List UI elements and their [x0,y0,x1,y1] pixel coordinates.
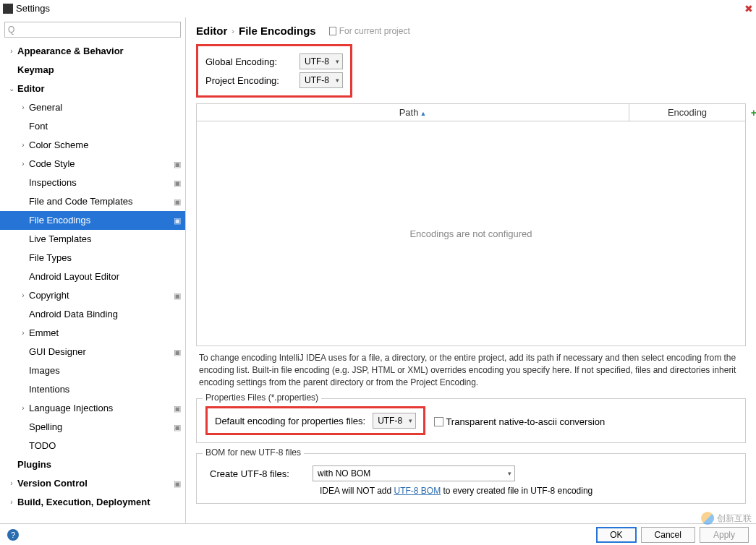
tree-images[interactable]: Images [0,361,185,380]
encoding-highlight-box: Global Encoding: UTF-8▾ Project Encoding… [196,44,352,98]
settings-tree: ›Appearance & Behavior Keymap ⌄Editor ›G… [0,42,185,523]
titlebar: Settings ✖ [0,0,756,17]
tree-livetemplates[interactable]: Live Templates [0,230,185,249]
tree-keymap[interactable]: Keymap [0,61,185,80]
scope-icon: ▣ [174,176,181,189]
ok-button[interactable]: OK [596,527,636,543]
transparent-checkbox[interactable] [434,417,443,426]
chevron-right-icon: › [17,289,29,302]
breadcrumb-editor[interactable]: Editor [196,25,227,37]
tree-intentions[interactable]: Intentions [0,380,185,399]
chevron-right-icon: › [17,101,29,114]
chevron-down-icon: ⌄ [6,82,17,95]
chevron-down-icon: ▾ [336,58,339,65]
scope-icon: ▣ [174,346,181,359]
properties-legend: Properties Files (*.properties) [203,392,321,403]
tree-colorscheme[interactable]: ›Color Scheme [0,136,185,155]
bom-select[interactable]: with NO BOM▾ [313,465,515,481]
chevron-right-icon: › [6,45,17,58]
footer: ? OK Cancel Apply [0,523,756,545]
tree-inspections[interactable]: Inspections▣ [0,173,185,192]
global-encoding-label: Global Encoding: [205,56,291,67]
tree-filecodetemplates[interactable]: File and Code Templates▣ [0,192,185,211]
chevron-down-icon: ▾ [336,77,339,84]
breadcrumb: Editor › File Encodings For current proj… [196,25,746,37]
tree-copyright[interactable]: ›Copyright▣ [0,286,185,305]
chevron-right-icon: › [232,27,234,35]
tree-langinjections[interactable]: ›Language Injections▣ [0,399,185,418]
chevron-right-icon: › [6,496,17,509]
scope-icon: ▣ [174,477,181,490]
chevron-right-icon: › [17,327,29,340]
tree-guidesigner[interactable]: GUI Designer▣ [0,343,185,361]
page-icon [329,27,336,35]
search-input[interactable] [4,22,181,38]
column-path[interactable]: Path▲ [197,104,629,121]
info-text: To change encoding IntelliJ IDEA uses fo… [196,352,746,388]
sidebar: ›Appearance & Behavior Keymap ⌄Editor ›G… [0,17,186,523]
project-encoding-label: Project Encoding: [205,75,291,86]
apply-button[interactable]: Apply [700,527,749,543]
tree-appearance[interactable]: ›Appearance & Behavior [0,42,185,61]
tree-versioncontrol[interactable]: ›Version Control▣ [0,474,185,493]
chevron-right-icon: › [17,402,29,415]
tree-androidlayout[interactable]: Android Layout Editor [0,267,185,286]
project-encoding-select[interactable]: UTF-8▾ [300,72,343,88]
close-icon[interactable]: ✖ [744,5,753,12]
bom-fieldset: BOM for new UTF-8 files Create UTF-8 fil… [196,453,746,504]
properties-fieldset: Properties Files (*.properties) Default … [196,398,746,443]
encoding-table: Path▲ Encoding + Encodings are not confi… [196,103,746,346]
global-encoding-select[interactable]: UTF-8▾ [300,53,343,69]
scope-icon: ▣ [174,158,181,171]
cancel-button[interactable]: Cancel [641,527,695,543]
scope-icon: ▣ [174,421,181,434]
tree-plugins[interactable]: Plugins [0,455,185,474]
bom-note: IDEA will NOT add UTF-8 BOM to every cre… [320,486,732,496]
properties-encoding-label: Default encoding for properties files: [215,416,365,426]
scope-icon: ▣ [174,195,181,208]
tree-fileencodings[interactable]: File Encodings▣ [0,211,185,230]
table-empty-message: Encodings are not configured [197,121,745,346]
scope-label: For current project [329,26,410,36]
window-title: Settings [16,3,50,14]
scope-icon: ▣ [174,402,181,415]
column-encoding[interactable]: Encoding [629,104,745,121]
help-icon[interactable]: ? [7,529,19,541]
scope-icon: ▣ [174,214,181,227]
scope-icon: ▣ [174,289,181,302]
tree-spelling[interactable]: Spelling▣ [0,418,185,437]
tree-codestyle[interactable]: ›Code Style▣ [0,155,185,173]
tree-todo[interactable]: TODO [0,437,185,455]
properties-encoding-select[interactable]: UTF-8▾ [373,413,416,429]
tree-androiddata[interactable]: Android Data Binding [0,305,185,324]
chevron-down-icon: ▾ [409,417,412,424]
utf8-bom-link[interactable]: UTF-8 BOM [394,486,441,496]
tree-general[interactable]: ›General [0,98,185,117]
app-icon [3,4,13,14]
bom-label: Create UTF-8 files: [210,468,304,479]
chevron-right-icon: › [17,158,29,171]
tree-emmet[interactable]: ›Emmet [0,324,185,343]
transparent-label: Transparent native-to-ascii conversion [446,416,605,427]
tree-build[interactable]: ›Build, Execution, Deployment [0,493,185,512]
breadcrumb-fileencodings: File Encodings [239,25,316,37]
add-button[interactable]: + [751,107,756,119]
sort-asc-icon: ▲ [420,110,426,117]
chevron-right-icon: › [17,139,29,152]
content-panel: Editor › File Encodings For current proj… [186,17,756,523]
tree-editor[interactable]: ⌄Editor [0,80,185,98]
tree-font[interactable]: Font [0,117,185,136]
chevron-down-icon: ▾ [508,470,511,477]
tree-filetypes[interactable]: File Types [0,249,185,267]
chevron-right-icon: › [6,477,17,490]
bom-legend: BOM for new UTF-8 files [203,447,304,458]
